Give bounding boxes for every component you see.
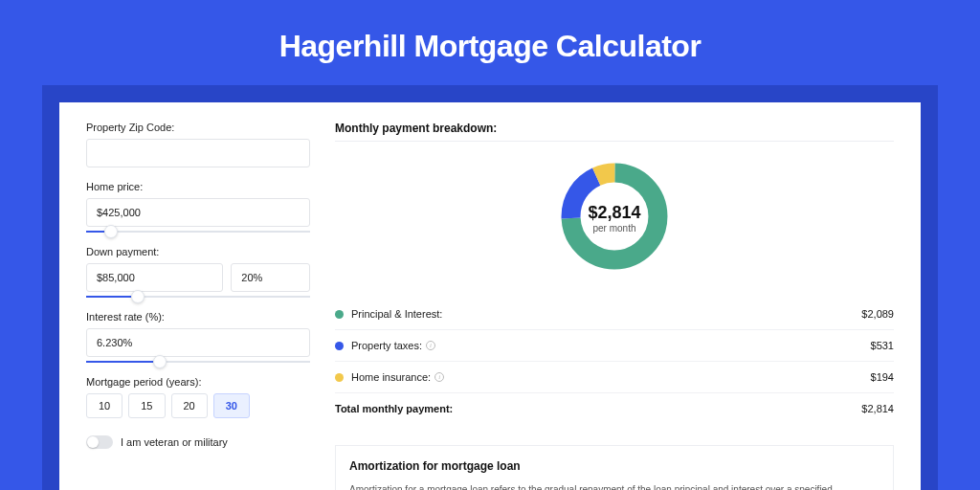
period-30-button[interactable]: 30 [213,393,250,418]
total-value: $2,814 [861,403,894,414]
legend-principal: Principal & Interest: $2,089 [335,299,894,330]
down-payment-label: Down payment: [86,246,310,257]
slider-fill [86,361,153,363]
donut-center: $2,814 per month [588,203,640,234]
legend-insurance: Home insurance: i $194 [335,362,894,393]
zip-input[interactable] [86,139,310,167]
slider-fill [86,296,131,298]
legend-total: Total monthly payment: $2,814 [335,393,894,424]
slider-thumb[interactable] [153,355,167,368]
home-price-group: Home price: [86,181,310,233]
donut-amount: $2,814 [588,203,640,223]
legend-label: Property taxes: i [351,340,871,351]
page-title: Hagerhill Mortgage Calculator [0,0,980,85]
legend-label: Home insurance: i [351,371,871,383]
legend-taxes: Property taxes: i $531 [335,330,894,362]
total-label: Total monthly payment: [335,403,861,414]
home-price-input[interactable] [86,198,310,227]
legend-value: $2,089 [861,308,894,320]
info-icon[interactable]: i [426,341,435,350]
legend-value: $531 [871,340,894,351]
home-price-label: Home price: [86,181,310,192]
slider-fill [86,231,104,233]
zip-field-group: Property Zip Code: [86,122,310,167]
results-column: Monthly payment breakdown: $2,814 per mo… [335,122,921,490]
interest-group: Interest rate (%): [86,311,310,363]
interest-input[interactable] [86,328,310,357]
period-options: 10 15 20 30 [86,393,310,418]
info-icon[interactable]: i [434,372,444,382]
amortization-title: Amortization for mortgage loan [349,459,880,473]
zip-label: Property Zip Code: [86,122,310,133]
interest-label: Interest rate (%): [86,311,310,323]
dot-icon [335,310,344,319]
form-column: Property Zip Code: Home price: Down paym… [59,122,310,490]
donut-chart: $2,814 per month [335,142,894,295]
donut-sub: per month [588,223,640,234]
panel-shadow: Property Zip Code: Home price: Down paym… [42,85,938,490]
veteran-label: I am veteran or military [121,436,228,448]
period-20-button[interactable]: 20 [171,393,208,418]
slider-thumb[interactable] [131,290,145,303]
dot-icon [335,342,344,350]
interest-slider[interactable] [86,361,310,363]
down-payment-amount-input[interactable] [86,263,223,292]
home-price-slider[interactable] [86,231,310,233]
toggle-knob [87,436,99,448]
legend-label-text: Home insurance: [351,371,431,383]
calculator-panel: Property Zip Code: Home price: Down paym… [59,102,921,490]
veteran-toggle-row: I am veteran or military [86,435,310,449]
breakdown-title: Monthly payment breakdown: [335,122,894,142]
down-payment-slider[interactable] [86,296,310,298]
down-payment-group: Down payment: [86,246,310,298]
legend-label-text: Property taxes: [351,340,422,351]
down-payment-pct-input[interactable] [231,263,310,292]
legend: Principal & Interest: $2,089 Property ta… [335,299,894,424]
legend-value: $194 [871,371,894,383]
amortization-text: Amortization for a mortgage loan refers … [349,482,880,490]
period-label: Mortgage period (years): [86,376,310,388]
dot-icon [335,373,344,382]
period-10-button[interactable]: 10 [86,393,122,418]
period-group: Mortgage period (years): 10 15 20 30 [86,376,310,418]
slider-thumb[interactable] [104,225,118,238]
amortization-block: Amortization for mortgage loan Amortizat… [335,445,894,490]
legend-label: Principal & Interest: [351,308,861,320]
veteran-toggle[interactable] [86,435,113,449]
period-15-button[interactable]: 15 [128,393,165,418]
